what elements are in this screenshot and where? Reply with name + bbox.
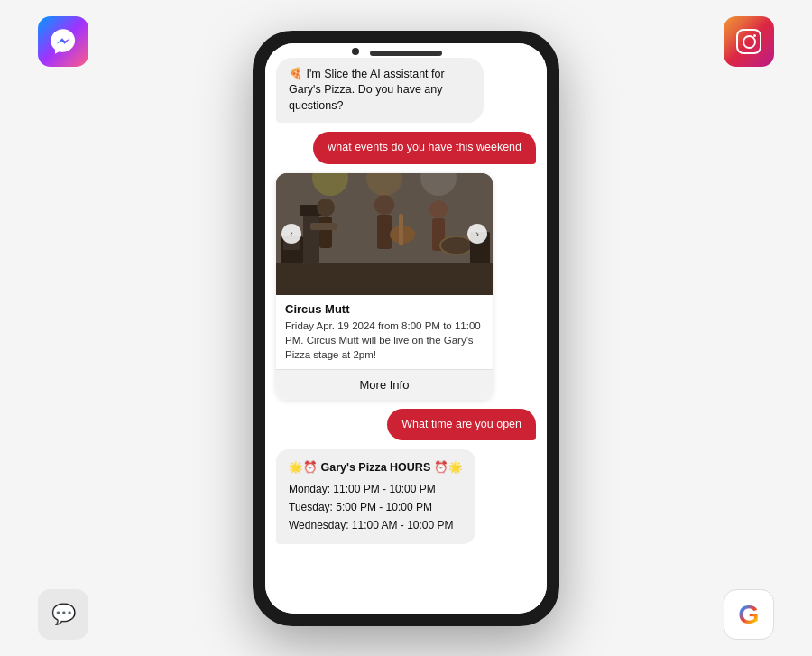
svg-rect-8	[377, 215, 392, 249]
chat-dots-symbol: 💬	[51, 603, 76, 626]
message-1: 🍕 I'm Slice the AI assistant for Gary's …	[276, 58, 484, 124]
messenger-icon[interactable]	[38, 16, 88, 67]
bubble-sent-2: What time are you open	[387, 409, 536, 441]
svg-rect-5	[319, 217, 332, 248]
hours-monday: Monday: 11:00 PM - 10:00 PM	[289, 480, 463, 498]
svg-point-11	[429, 200, 448, 218]
hours-wednesday: Wednesday: 11:00 AM - 10:00 PM	[289, 516, 463, 534]
google-g-letter: G	[738, 599, 759, 630]
instagram-dot	[753, 34, 756, 37]
svg-rect-6	[310, 223, 337, 230]
chat-container: 🍕 I'm Slice the AI assistant for Gary's …	[265, 43, 547, 614]
hours-card: 🌟⏰ Gary's Pizza HOURS ⏰🌟 Monday: 11:00 P…	[276, 449, 475, 543]
event-description: Friday Apr. 19 2024 from 8:00 PM to 11:0…	[285, 319, 484, 362]
svg-rect-10	[399, 214, 403, 245]
event-band-image	[276, 173, 493, 295]
more-info-button[interactable]: More Info	[276, 369, 493, 400]
carousel-prev-button[interactable]: ‹	[281, 224, 301, 244]
hours-tuesday: Tuesday: 5:00 PM - 10:00 PM	[289, 498, 463, 516]
event-card: ‹ › Circus Mutt Friday Apr. 19 2024 from…	[276, 173, 493, 400]
instagram-icon[interactable]	[724, 16, 774, 67]
phone-device: 🍕 I'm Slice the AI assistant for Gary's …	[253, 31, 559, 626]
event-info: Circus Mutt Friday Apr. 19 2024 from 8:0…	[276, 295, 493, 362]
message-2: what events do you have this weekend	[313, 132, 536, 164]
event-title: Circus Mutt	[285, 302, 484, 316]
event-image-wrapper: ‹ ›	[276, 173, 493, 295]
scene: 💬 G 🍕 I'm Slice the AI assistant for Gar…	[0, 0, 812, 656]
chat-bubble-icon[interactable]: 💬	[38, 589, 88, 640]
hours-header: 🌟⏰ Gary's Pizza HOURS ⏰🌟	[289, 458, 463, 477]
svg-point-4	[317, 199, 335, 217]
google-icon[interactable]: G	[724, 589, 774, 640]
svg-rect-2	[303, 209, 319, 263]
svg-rect-15	[276, 263, 493, 295]
instagram-camera-icon	[736, 29, 761, 54]
msg1-text: 🍕 I'm Slice the AI assistant for Gary's …	[289, 68, 445, 112]
msg2-text: what events do you have this weekend	[328, 141, 521, 153]
bubble-sent-1: what events do you have this weekend	[313, 132, 536, 164]
carousel-next-button[interactable]: ›	[467, 224, 487, 244]
message-4: What time are you open	[387, 409, 536, 441]
bubble-received-1: 🍕 I'm Slice the AI assistant for Gary's …	[276, 58, 484, 124]
phone-screen: 🍕 I'm Slice the AI assistant for Gary's …	[265, 43, 547, 614]
msg4-text: What time are you open	[401, 418, 521, 430]
svg-point-7	[374, 195, 394, 215]
